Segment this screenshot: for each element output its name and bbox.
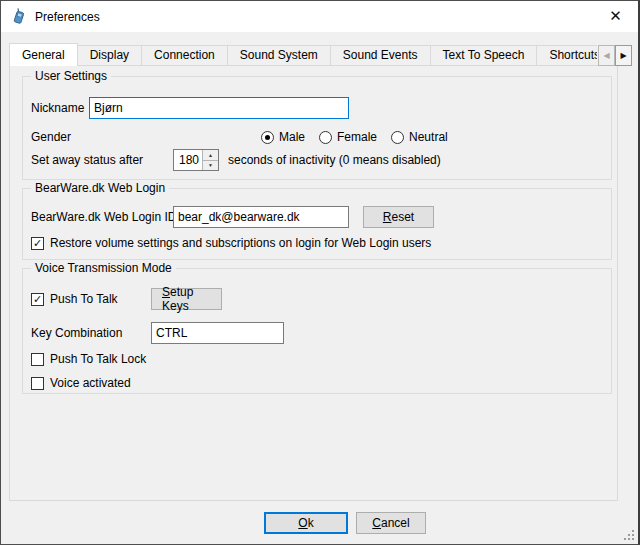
arrow-down-icon: ▼ <box>208 162 213 168</box>
key-combination-label: Key Combination <box>31 322 122 344</box>
web-login-group: BearWare.dk Web Login BearWare.dk Web Lo… <box>22 188 612 260</box>
spinner-down-button[interactable]: ▼ <box>203 161 218 171</box>
away-status-label: Set away status after <box>31 149 143 171</box>
key-combination-input[interactable] <box>151 322 284 344</box>
check-icon: ✓ <box>33 238 42 249</box>
chevron-left-icon: ◀ <box>603 51 609 60</box>
close-button[interactable]: ✕ <box>593 1 638 31</box>
voice-activated-checkbox-row: Voice activated <box>31 376 131 390</box>
nickname-input[interactable] <box>89 97 349 119</box>
gender-label: Gender <box>31 126 71 148</box>
web-login-id-label: BearWare.dk Web Login ID <box>31 206 176 228</box>
setup-keys-button[interactable]: Setup Keys <box>151 288 222 310</box>
push-to-talk-lock-checkbox-row: Push To Talk Lock <box>31 352 146 366</box>
tab-scroll-right-button[interactable]: ▶ <box>615 45 632 66</box>
gender-radio-group: Male Female Neutral <box>261 130 462 144</box>
window-title: Preferences <box>35 10 100 24</box>
tab-bar: General Display Connection Sound System … <box>9 43 597 66</box>
gender-neutral-label: Neutral <box>409 130 448 144</box>
resize-grip[interactable] <box>622 528 634 540</box>
nickname-label: Nickname <box>31 97 84 119</box>
arrow-up-icon: ▲ <box>208 152 213 158</box>
restore-volume-label: Restore volume settings and subscription… <box>50 236 431 250</box>
voice-transmission-group: Voice Transmission Mode ✓ Push To Talk S… <box>22 268 612 394</box>
web-login-id-input[interactable] <box>173 206 349 228</box>
push-to-talk-checkbox-row: ✓ Push To Talk <box>31 292 118 306</box>
general-tab-panel: User Settings Nickname Gender Male Femal… <box>9 65 618 501</box>
web-login-group-title: BearWare.dk Web Login <box>31 181 169 195</box>
gender-male-label: Male <box>279 130 305 144</box>
user-settings-group-title: User Settings <box>31 69 111 83</box>
tab-sound-events[interactable]: Sound Events <box>331 45 431 66</box>
push-to-talk-checkbox[interactable]: ✓ <box>31 293 44 306</box>
spinner-up-button[interactable]: ▲ <box>203 150 218 161</box>
tab-sound-system[interactable]: Sound System <box>228 45 331 66</box>
push-to-talk-lock-label: Push To Talk Lock <box>50 352 146 366</box>
spinner-buttons: ▲ ▼ <box>202 150 218 170</box>
restore-volume-checkbox[interactable]: ✓ <box>31 237 44 250</box>
tab-scroll-left-button[interactable]: ◀ <box>598 45 615 66</box>
user-settings-group: User Settings Nickname Gender Male Femal… <box>22 76 612 180</box>
tab-display[interactable]: Display <box>78 45 142 66</box>
titlebar[interactable]: Preferences ✕ <box>1 1 638 32</box>
close-icon: ✕ <box>609 7 622 25</box>
preferences-dialog: Preferences ✕ General Display Connection… <box>0 0 640 545</box>
gender-neutral-radio[interactable] <box>391 131 404 144</box>
gender-female-radio[interactable] <box>319 131 332 144</box>
reset-button[interactable]: Reset <box>363 206 434 228</box>
voice-transmission-group-title: Voice Transmission Mode <box>31 261 176 275</box>
ok-button[interactable]: Ok <box>264 512 348 534</box>
tab-general[interactable]: General <box>9 43 78 66</box>
away-seconds-spinner[interactable]: 180 ▲ ▼ <box>173 149 219 171</box>
check-icon: ✓ <box>33 294 42 305</box>
tab-text-to-speech[interactable]: Text To Speech <box>431 45 538 66</box>
away-status-suffix-label: seconds of inactivity (0 means disabled) <box>228 149 441 171</box>
chevron-right-icon: ▶ <box>620 51 626 60</box>
push-to-talk-label: Push To Talk <box>50 292 118 306</box>
gender-male-radio[interactable] <box>261 131 274 144</box>
cancel-button[interactable]: Cancel <box>356 512 426 534</box>
tab-connection[interactable]: Connection <box>142 45 228 66</box>
voice-activated-checkbox[interactable] <box>31 377 44 390</box>
app-icon <box>10 8 27 25</box>
away-seconds-value: 180 <box>174 150 202 170</box>
gender-female-label: Female <box>337 130 377 144</box>
tab-scrollers: ◀ ▶ <box>598 45 632 66</box>
restore-volume-checkbox-row: ✓ Restore volume settings and subscripti… <box>31 236 431 250</box>
push-to-talk-lock-checkbox[interactable] <box>31 353 44 366</box>
voice-activated-label: Voice activated <box>50 376 131 390</box>
tab-shortcuts[interactable]: Shortcuts <box>537 45 597 66</box>
